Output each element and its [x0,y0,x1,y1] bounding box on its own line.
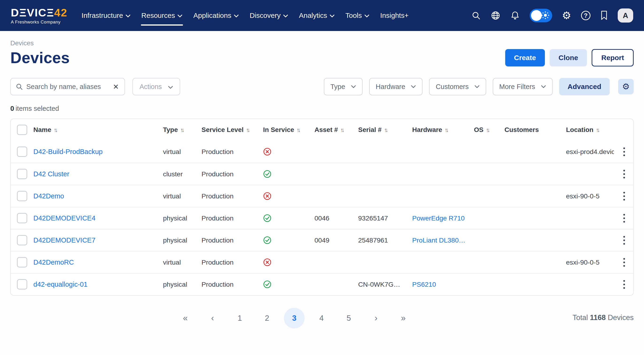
filter-type[interactable]: Type [324,78,363,95]
nav-item-analytics[interactable]: Analytics [295,8,338,23]
device-name-link[interactable]: D42DEMODEVICE7 [33,236,95,244]
logo-tagline: A Freshworks Company [11,20,68,24]
row-checkbox[interactable] [17,169,27,179]
asset-cell: 0049 [314,236,358,244]
globe-icon[interactable] [491,10,500,20]
table-row: D42DEMODEVICE7 physical Production 0049 … [11,229,633,251]
service-level-cell: Production [202,192,263,200]
search-input[interactable] [26,83,109,91]
sort-icon[interactable]: ↑↓ [54,126,58,133]
serial-cell: 25487961 [358,236,412,244]
breadcrumb[interactable]: Devices [10,40,634,47]
table-settings-button[interactable]: ⚙ [618,79,634,94]
device-name-link[interactable]: D42DEMODEVICE4 [33,214,95,222]
main-content: Devices Devices Create Clone Report ✕ Ac… [0,40,644,329]
pager: «‹12345›» [175,308,414,328]
device-name-link[interactable]: D42-Build-ProdBackup [33,148,103,156]
user-avatar[interactable]: A [618,8,633,22]
device-name-link[interactable]: d42-equallogic-01 [33,280,88,288]
location-cell: esxi-90-0-5 [566,258,614,266]
top-navbar: DΞVICΞ42 A Freshworks Company Infrastruc… [0,0,644,31]
row-menu-kebab-icon[interactable] [614,212,634,225]
sort-icon[interactable]: ↑↓ [340,126,344,133]
sort-icon[interactable]: ↑↓ [296,126,301,133]
logo-42-accent: 42 [54,6,68,19]
column-label: Location [566,126,594,134]
report-button[interactable]: Report [592,49,634,66]
sort-icon[interactable]: ↑↓ [444,126,449,133]
sort-icon[interactable]: ↑↓ [180,126,184,133]
selection-count: 0 [10,105,14,112]
row-checkbox[interactable] [17,191,27,201]
select-all-checkbox[interactable] [17,125,27,135]
theme-toggle[interactable] [530,9,552,22]
bookmark-icon[interactable] [600,10,608,20]
pagination-page-2[interactable]: 2 [257,308,278,328]
settings-gear-icon[interactable]: ⚙ [562,10,571,21]
pagination-next[interactable]: › [366,308,386,328]
hardware-link[interactable]: PS6210 [412,280,436,288]
notifications-bell-icon[interactable] [510,10,520,20]
total-count: 1168 [590,314,606,322]
service-level-cell: Production [202,214,263,222]
chevron-down-icon [364,14,370,18]
in-service-cell [263,214,314,222]
asset-cell: 0046 [314,214,358,222]
chevron-down-icon [541,85,546,88]
sort-icon[interactable]: ↑↓ [246,126,250,133]
row-checkbox[interactable] [17,146,27,157]
row-menu-kebab-icon[interactable] [614,190,634,203]
sort-icon[interactable]: ↑↓ [384,126,388,133]
actions-dropdown[interactable]: Actions [132,78,180,95]
clone-button[interactable]: Clone [550,49,587,66]
advanced-filters-button[interactable]: Advanced [559,78,610,95]
search-icon[interactable] [471,11,481,20]
column-header-name: Name↑↓ [33,126,163,134]
pagination-prev[interactable]: ‹ [202,308,223,328]
column-label: Service Level [202,126,244,134]
nav-item-applications[interactable]: Applications [190,8,242,23]
nav-item-insights-[interactable]: Insights+ [376,8,412,23]
row-checkbox[interactable] [17,213,27,223]
nav-item-infrastructure[interactable]: Infrastructure [78,8,134,23]
sort-icon[interactable]: ↑↓ [486,126,490,133]
nav-item-label: Analytics [299,12,327,20]
device-name-link[interactable]: D42DemoRC [33,258,74,266]
row-checkbox[interactable] [17,235,27,245]
help-icon[interactable]: ? [581,11,590,20]
hardware-link[interactable]: ProLiant DL380… [412,236,466,244]
filter-bar: TypeHardwareCustomersMore Filters [324,78,553,95]
nav-item-discovery[interactable]: Discovery [246,8,292,23]
service-level-cell: Production [202,236,263,244]
in-service-cell [263,148,314,156]
gear-icon: ⚙ [622,82,630,92]
filter-customers[interactable]: Customers [429,78,486,95]
pagination-last[interactable]: » [393,308,414,328]
create-button[interactable]: Create [505,49,545,66]
nav-item-tools[interactable]: Tools [342,8,373,23]
hardware-link[interactable]: PowerEdge R710 [412,214,464,222]
pagination-first[interactable]: « [175,308,196,328]
row-checkbox[interactable] [17,257,27,268]
pagination-page-1[interactable]: 1 [230,308,250,328]
pagination-page-5[interactable]: 5 [338,308,359,328]
location-cell: esxi-prod4.devic [566,148,614,156]
row-menu-kebab-icon[interactable] [614,256,634,269]
filter-hardware[interactable]: Hardware [369,78,423,95]
row-menu-kebab-icon[interactable] [614,168,634,181]
clear-search-icon[interactable]: ✕ [112,83,120,91]
pagination-page-3[interactable]: 3 [284,308,304,328]
row-menu-kebab-icon[interactable] [614,278,634,291]
sort-icon[interactable]: ↑↓ [596,126,600,133]
filter-more-filters[interactable]: More Filters [493,78,553,95]
device-name-link[interactable]: D42 Cluster [33,170,69,178]
nav-item-resources[interactable]: Resources [138,8,186,23]
device-name-link[interactable]: D42Demo [33,192,64,200]
row-menu-kebab-icon[interactable] [614,234,634,247]
device42-logo[interactable]: DΞVICΞ42 A Freshworks Company [11,7,68,24]
pagination-page-4[interactable]: 4 [311,308,332,328]
table-row: d42-equallogic-01 physical Production CN… [11,273,633,295]
row-checkbox[interactable] [17,279,27,290]
row-menu-kebab-icon[interactable] [614,145,634,158]
column-header-serial-: Serial #↑↓ [358,126,412,134]
